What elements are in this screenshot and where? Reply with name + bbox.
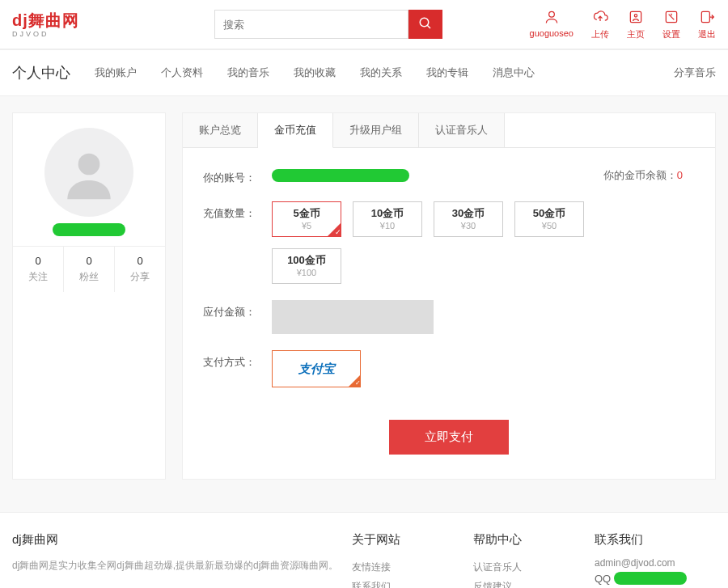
balance-text: 你的金币余额：0 — [603, 168, 683, 183]
stat-fans[interactable]: 0粉丝 — [64, 247, 115, 292]
pay-submit-button[interactable]: 立即支付 — [389, 420, 509, 455]
stat-follow[interactable]: 0关注 — [13, 247, 64, 292]
footer-email: admin@djvod.com — [595, 557, 716, 569]
footer-link[interactable]: 反馈建议 — [473, 577, 595, 588]
svg-rect-6 — [701, 11, 709, 22]
subnav-music[interactable]: 我的音乐 — [227, 66, 269, 80]
footer-link[interactable]: 联系我们 — [352, 577, 473, 588]
svg-point-4 — [634, 15, 637, 17]
avatar[interactable] — [44, 128, 133, 217]
nav-settings[interactable]: 设置 — [662, 8, 680, 40]
subnav-relations[interactable]: 我的关系 — [360, 66, 402, 80]
footer-link[interactable]: 友情连接 — [352, 557, 473, 577]
method-label: 支付方式： — [191, 350, 256, 370]
username-redacted — [53, 223, 125, 236]
footer-about-heading: dj舞曲网 — [12, 532, 352, 548]
amount-100[interactable]: 100金币¥100 — [272, 248, 341, 284]
amount-50[interactable]: 50金币¥50 — [514, 201, 584, 237]
profile-sidebar: 0关注 0粉丝 0分享 — [12, 112, 166, 480]
user-icon — [543, 8, 561, 26]
footer-about-text: dj舞曲网是实力收集全网dj舞曲超劲爆,提供最新最劲爆的dj舞曲资源嗨曲网。 — [12, 557, 352, 575]
amount-10[interactable]: 10金币¥10 — [353, 201, 422, 237]
amount-30[interactable]: 30金币¥30 — [434, 201, 503, 237]
svg-point-2 — [548, 11, 554, 17]
logout-icon — [698, 8, 716, 26]
alipay-logo: 支付宝 — [298, 362, 335, 377]
nav-home[interactable]: 主页 — [627, 8, 645, 40]
qq-redacted — [614, 572, 687, 585]
home-icon — [627, 8, 645, 26]
svg-point-0 — [420, 18, 429, 27]
search-form — [214, 10, 442, 39]
nav-logout[interactable]: 退出 — [698, 8, 716, 40]
account-value-redacted — [272, 169, 409, 182]
account-label: 你的账号： — [191, 166, 256, 185]
subnav-account[interactable]: 我的账户 — [95, 66, 137, 80]
tab-recharge[interactable]: 金币充值 — [258, 113, 333, 148]
stat-share[interactable]: 0分享 — [115, 247, 165, 292]
main-content: 账户总览 金币充值 升级用户组 认证音乐人 你的账号： 你的金币余额：0 充值数… — [182, 112, 716, 480]
search-button[interactable] — [408, 10, 442, 39]
footer-site-heading: 关于网站 — [352, 532, 473, 548]
tab-upgrade[interactable]: 升级用户组 — [333, 113, 419, 147]
footer-help-heading: 帮助中心 — [473, 532, 595, 548]
subnav-messages[interactable]: 消息中心 — [493, 66, 535, 80]
pay-method-alipay[interactable]: 支付宝 — [272, 350, 361, 387]
subnav-favorites[interactable]: 我的收藏 — [294, 66, 336, 80]
due-amount-box — [272, 300, 434, 334]
search-icon — [418, 16, 433, 33]
check-icon — [349, 375, 360, 387]
page-title: 个人中心 — [12, 63, 70, 82]
charge-label: 充值数量： — [191, 201, 256, 221]
upload-icon — [591, 8, 609, 26]
search-input[interactable] — [214, 10, 408, 39]
tab-verify[interactable]: 认证音乐人 — [419, 113, 505, 147]
logo-subtext: DJVOD — [12, 30, 79, 38]
nav-user[interactable]: guoguoseo — [530, 8, 574, 40]
subnav-albums[interactable]: 我的专辑 — [426, 66, 468, 80]
site-logo[interactable]: dj舞曲网 DJVOD — [12, 10, 79, 40]
due-label: 应付金额： — [191, 300, 256, 319]
check-icon — [328, 223, 341, 236]
subnav-profile[interactable]: 个人资料 — [161, 66, 203, 80]
tab-overview[interactable]: 账户总览 — [183, 113, 258, 147]
nav-upload[interactable]: 上传 — [591, 8, 609, 40]
logo-text: dj舞曲网 — [12, 10, 79, 32]
settings-icon — [662, 8, 680, 26]
svg-line-1 — [427, 25, 430, 28]
header-nav: guoguoseo 上传 主页 设置 退出 — [530, 8, 716, 40]
footer-contact-heading: 联系我们 — [595, 532, 716, 548]
svg-point-7 — [78, 154, 100, 176]
footer-link[interactable]: 认证音乐人 — [473, 557, 595, 577]
amount-5[interactable]: 5金币¥5 — [272, 201, 341, 237]
share-music-link[interactable]: 分享音乐 — [674, 66, 716, 80]
